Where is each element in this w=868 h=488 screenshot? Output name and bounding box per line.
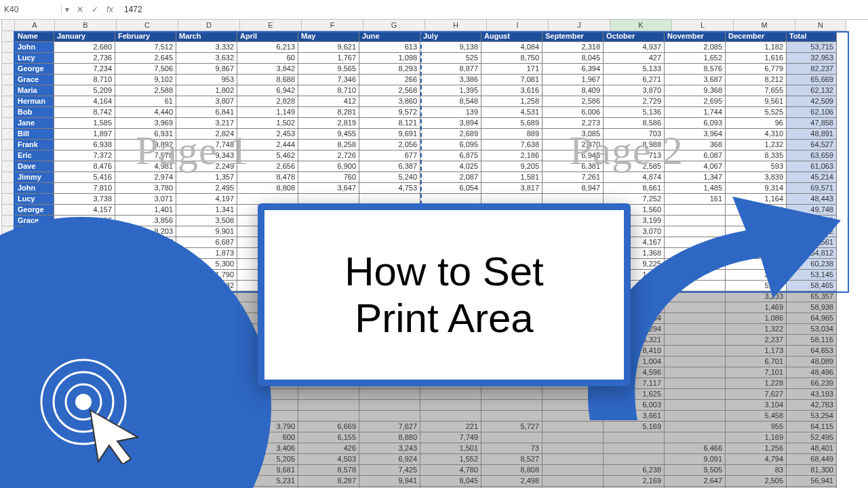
- cell[interactable]: 6,687: [176, 237, 237, 248]
- cell[interactable]: 8,045: [542, 53, 604, 64]
- cell[interactable]: 8,880: [359, 432, 420, 443]
- cell[interactable]: 6,381: [542, 161, 604, 172]
- row-header[interactable]: [1, 85, 15, 96]
- cell[interactable]: 2,695: [665, 96, 726, 107]
- row-header[interactable]: [1, 172, 15, 183]
- cell[interactable]: 2,824: [176, 129, 237, 140]
- cell[interactable]: 4,794: [726, 454, 787, 465]
- cell[interactable]: 3,071: [115, 194, 176, 205]
- cell[interactable]: 221: [420, 422, 481, 432]
- cell[interactable]: 9,505: [665, 465, 726, 476]
- row-header[interactable]: [1, 194, 15, 205]
- cell[interactable]: 5,136: [604, 107, 665, 118]
- cell[interactable]: 5,240: [359, 172, 420, 183]
- row-total[interactable]: 47,858: [787, 118, 837, 129]
- cell[interactable]: 1,395: [420, 85, 481, 96]
- cell[interactable]: 7,234: [54, 64, 115, 75]
- cell[interactable]: 8,335: [726, 150, 787, 161]
- cell[interactable]: 1,149: [237, 107, 298, 118]
- cell[interactable]: 5,416: [54, 172, 115, 183]
- row-total[interactable]: 64,527: [787, 140, 837, 150]
- cell[interactable]: 8,710: [298, 85, 359, 96]
- cell[interactable]: 7,749: [420, 432, 481, 443]
- cell[interactable]: 7,081: [481, 75, 542, 85]
- cell[interactable]: 2,689: [420, 129, 481, 140]
- cell[interactable]: 7,655: [726, 85, 787, 96]
- cell[interactable]: 7,512: [115, 42, 176, 53]
- cell[interactable]: 4,503: [298, 454, 359, 465]
- cell[interactable]: 4,084: [481, 42, 542, 53]
- row-header[interactable]: [1, 140, 15, 150]
- cell[interactable]: 4,981: [115, 161, 176, 172]
- cell[interactable]: 6,093: [665, 118, 726, 129]
- cell[interactable]: 3,632: [176, 53, 237, 64]
- cell[interactable]: [298, 400, 359, 411]
- cell[interactable]: 9,941: [359, 476, 420, 487]
- cell[interactable]: 9,901: [176, 226, 237, 237]
- fx-icon[interactable]: fx: [102, 5, 117, 14]
- cell[interactable]: 2,495: [176, 183, 237, 194]
- cell[interactable]: 2,680: [54, 42, 115, 53]
- cell[interactable]: 2,453: [237, 129, 298, 140]
- cell[interactable]: 73: [481, 443, 542, 454]
- cell[interactable]: 6,387: [359, 161, 420, 172]
- cell[interactable]: 2,087: [420, 172, 481, 183]
- cell[interactable]: 171: [481, 64, 542, 75]
- cell[interactable]: 3,842: [237, 64, 298, 75]
- cell[interactable]: 6,271: [604, 75, 665, 85]
- cell[interactable]: [359, 389, 420, 400]
- cell[interactable]: 412: [298, 96, 359, 107]
- cell[interactable]: 8,287: [298, 476, 359, 487]
- cell[interactable]: 9,572: [359, 107, 420, 118]
- cell[interactable]: 6,924: [359, 454, 420, 465]
- cell[interactable]: 6,931: [115, 129, 176, 140]
- col-header-B[interactable]: B: [55, 19, 117, 31]
- cell[interactable]: 1,341: [176, 205, 237, 216]
- cell[interactable]: 2,505: [726, 476, 787, 487]
- row-header[interactable]: [1, 107, 15, 118]
- cell[interactable]: 4,753: [359, 183, 420, 194]
- row-header[interactable]: [1, 216, 15, 226]
- cell[interactable]: [420, 411, 481, 422]
- cell[interactable]: 9,205: [481, 161, 542, 172]
- cell[interactable]: 3,616: [481, 85, 542, 96]
- cell[interactable]: 2,819: [298, 118, 359, 129]
- cell[interactable]: 2,585: [604, 161, 665, 172]
- cell[interactable]: 8,750: [481, 53, 542, 64]
- cell[interactable]: 3,969: [115, 118, 176, 129]
- row-total[interactable]: 62,106: [787, 107, 837, 118]
- cell[interactable]: 6,779: [726, 64, 787, 75]
- row-total[interactable]: 53,715: [787, 42, 837, 53]
- cell[interactable]: 760: [298, 172, 359, 183]
- cell[interactable]: 9,892: [115, 140, 176, 150]
- formula-input[interactable]: 1472: [117, 5, 149, 14]
- cell[interactable]: 2,273: [542, 118, 604, 129]
- cell[interactable]: 5,133: [604, 64, 665, 75]
- cell[interactable]: 5,727: [481, 422, 542, 432]
- cell[interactable]: 8,121: [359, 118, 420, 129]
- cell[interactable]: 6,095: [420, 140, 481, 150]
- cell[interactable]: 5,525: [726, 107, 787, 118]
- cell[interactable]: [604, 454, 665, 465]
- cell[interactable]: 8,576: [665, 64, 726, 75]
- row-header[interactable]: [1, 96, 15, 107]
- cell[interactable]: 3,964: [665, 129, 726, 140]
- cell[interactable]: 8,578: [298, 465, 359, 476]
- cell[interactable]: 3,870: [604, 85, 665, 96]
- cell[interactable]: [481, 389, 542, 400]
- cell[interactable]: 9,867: [176, 64, 237, 75]
- cell[interactable]: 1,897: [54, 129, 115, 140]
- row-total[interactable]: 81,300: [787, 465, 837, 476]
- cell[interactable]: 2,085: [665, 42, 726, 53]
- cell[interactable]: 6,938: [54, 140, 115, 150]
- cell[interactable]: 1,967: [542, 75, 604, 85]
- row-total[interactable]: 48,891: [787, 129, 837, 140]
- cell[interactable]: 1,182: [726, 42, 787, 53]
- cell[interactable]: 8,988: [604, 140, 665, 150]
- cell[interactable]: 3,217: [176, 118, 237, 129]
- row-total[interactable]: 56,941: [787, 476, 837, 487]
- cell[interactable]: 7,506: [115, 64, 176, 75]
- cell[interactable]: 7,748: [176, 140, 237, 150]
- cell[interactable]: 9,561: [726, 96, 787, 107]
- cell[interactable]: 8,710: [54, 75, 115, 85]
